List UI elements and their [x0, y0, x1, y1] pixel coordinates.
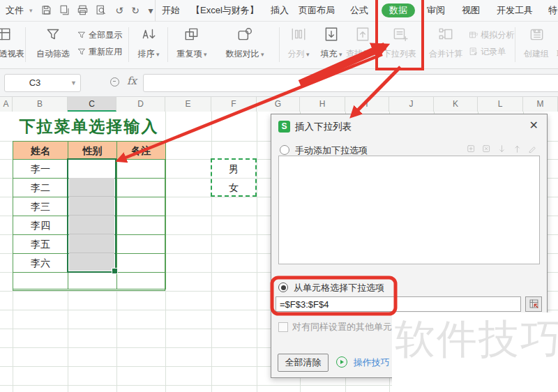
table-cell[interactable] — [13, 273, 68, 289]
sheet-title: 下拉菜单选择输入 — [13, 112, 165, 141]
table-header-cell[interactable]: 备注 — [117, 142, 166, 160]
table-header-cell[interactable]: 姓名 — [13, 142, 68, 160]
what-if-icon — [469, 32, 478, 42]
source-cell[interactable]: 男 — [212, 160, 255, 179]
ribbon-button-create-group[interactable]: 创建组 — [519, 24, 554, 66]
ribbon-button-show-all[interactable]: 全部显示 — [77, 29, 122, 43]
edit-option-icon[interactable] — [525, 144, 540, 156]
print-icon[interactable] — [75, 4, 89, 17]
radio-from-cells[interactable] — [278, 282, 288, 292]
selected-range-c3-c8[interactable] — [67, 158, 116, 273]
file-menu-caret-icon[interactable]: ▾ — [29, 0, 33, 21]
table-cell[interactable] — [117, 254, 166, 273]
radio-from-cells-label[interactable]: 从单元格选择下拉选项 — [294, 282, 384, 294]
ribbon-button-split-columns[interactable]: 分列 ▾ — [283, 24, 314, 66]
table-cell[interactable] — [117, 216, 166, 235]
column-header-J[interactable]: J — [389, 97, 434, 112]
redo-icon[interactable]: ↻ — [128, 0, 142, 21]
radio-manual-options[interactable] — [280, 145, 289, 155]
table-cell[interactable]: 李一 — [13, 160, 68, 179]
tab-7[interactable]: 审阅 — [427, 0, 445, 21]
tab-1[interactable]: 开始 — [162, 0, 180, 21]
move-down-icon[interactable] — [494, 144, 509, 156]
clear-all-button[interactable]: 全部清除 — [278, 354, 329, 372]
table-cell[interactable] — [68, 273, 117, 289]
ribbon-button-dropdown-list[interactable]: 下拉列表 — [378, 24, 421, 66]
source-range-f3-f4[interactable]: 男女 — [211, 158, 257, 197]
undo-icon[interactable]: ↺ — [112, 0, 126, 21]
table-cell[interactable] — [117, 160, 166, 179]
column-header-G[interactable]: G — [257, 97, 300, 112]
delete-option-icon[interactable] — [478, 144, 494, 156]
ribbon-button-merge-calc[interactable]: 合并计算 — [424, 24, 467, 66]
tab-9[interactable]: 开发工具 — [497, 0, 533, 21]
ribbon-button-sort[interactable]: 排序 ▾ — [131, 24, 166, 66]
export-icon[interactable] — [57, 4, 71, 17]
name-box[interactable]: C3 ▼ — [4, 74, 81, 92]
column-header-F[interactable]: F — [211, 97, 257, 112]
add-option-icon[interactable] — [463, 144, 478, 156]
apply-others-checkbox[interactable] — [278, 322, 288, 332]
column-header-I[interactable]: I — [345, 97, 389, 112]
tab-3[interactable]: 插入 — [271, 0, 289, 21]
ribbon-button-data-compare[interactable]: 数据对比 ▾ — [213, 24, 276, 66]
table-cell[interactable]: 李六 — [13, 254, 68, 273]
ribbon-button-record-form[interactable]: 记录单 — [469, 46, 506, 59]
table-cell[interactable] — [117, 179, 166, 197]
column-header-E[interactable]: E — [165, 97, 211, 112]
reapply-icon — [77, 49, 86, 59]
column-header-B[interactable]: B — [13, 97, 68, 112]
ribbon-button-fill[interactable]: 填充 ▾ — [315, 24, 347, 66]
ribbon-stack: 模拟分析 记录单 — [469, 24, 520, 66]
tab-8[interactable]: 视图 — [462, 0, 480, 21]
table-cell[interactable]: 李五 — [13, 235, 68, 254]
data-compare-icon — [213, 24, 276, 47]
close-icon[interactable]: ✕ — [529, 119, 538, 132]
column-header-H[interactable]: H — [300, 97, 345, 112]
ribbon-button-duplicates[interactable]: 重复项 ▾ — [172, 24, 212, 66]
ribbon-button-reapply[interactable]: 重新应用 — [77, 46, 122, 59]
column-header-L[interactable]: L — [478, 97, 523, 112]
tips-link[interactable]: 操作技巧 — [336, 356, 390, 369]
range-picker-button[interactable] — [525, 296, 542, 312]
column-header-D[interactable]: D — [116, 97, 165, 112]
ribbon-button-label: 重复项 ▾ — [172, 48, 212, 60]
more-icon[interactable]: ▾ — [144, 0, 158, 21]
tab-2[interactable]: 【Excel与财务】 — [191, 0, 259, 21]
table-cell[interactable] — [117, 235, 166, 254]
ribbon-button-pivot-table[interactable]: 数据透视表 — [0, 24, 25, 66]
tab-10[interactable]: 特色功能 — [548, 0, 558, 21]
ribbon-button-label: 分列 ▾ — [283, 48, 314, 60]
zoom-search-icon[interactable] — [110, 77, 119, 86]
ribbon-button-auto-filter[interactable]: 自动筛选 — [29, 24, 77, 66]
table-cell[interactable] — [117, 197, 166, 216]
formula-input[interactable] — [143, 74, 558, 92]
move-up-icon[interactable] — [509, 144, 525, 156]
preview-icon[interactable] — [93, 4, 107, 17]
options-list[interactable] — [278, 156, 540, 264]
tab-5[interactable]: 公式 — [350, 0, 368, 21]
table-cell[interactable]: 李二 — [13, 179, 68, 197]
save-icon[interactable] — [39, 4, 53, 17]
name-box-caret-icon[interactable]: ▼ — [70, 75, 77, 91]
tab-4[interactable]: 页面布局 — [299, 0, 335, 21]
table-cell[interactable]: 李三 — [13, 197, 68, 216]
ribbon-button-find-entry[interactable]: 查找录入 — [345, 24, 381, 66]
column-header-K[interactable]: K — [434, 97, 478, 112]
tab-6[interactable]: 数据 — [382, 3, 415, 17]
table-header-cell[interactable]: 性别 — [68, 142, 117, 160]
ribbon-button-label: 合并计算 — [424, 48, 467, 60]
table-cell[interactable] — [117, 273, 166, 289]
range-input[interactable] — [276, 296, 521, 312]
play-icon — [336, 356, 347, 368]
source-cell[interactable]: 女 — [212, 178, 255, 197]
file-menu[interactable]: 文件 — [6, 0, 24, 21]
table-cell[interactable]: 李四 — [13, 216, 68, 235]
fill-handle[interactable] — [112, 268, 118, 274]
ribbon-button-label: 数据对比 ▾ — [213, 48, 276, 60]
fx-icon[interactable]: fx — [127, 75, 137, 87]
column-header-M[interactable]: M — [523, 97, 558, 112]
column-header-C[interactable]: C — [68, 97, 116, 112]
ribbon-button-what-if[interactable]: 模拟分析 — [469, 29, 514, 43]
column-header-A[interactable]: A — [0, 97, 13, 112]
